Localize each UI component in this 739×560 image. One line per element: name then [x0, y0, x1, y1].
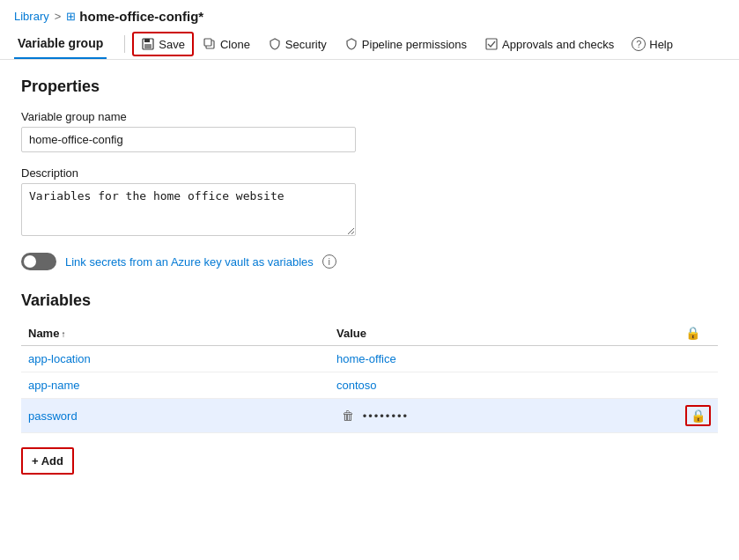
col-lock-header: 🔒: [678, 321, 718, 346]
key-vault-toggle-row: Link secrets from an Azure key vault as …: [21, 253, 718, 270]
name-label: Variable group name: [21, 110, 718, 123]
toolbar-divider: [124, 35, 125, 53]
svg-rect-4: [204, 39, 211, 46]
approvals-label: Approvals and checks: [502, 38, 614, 51]
description-field-group: Description Variables for the home offic…: [21, 166, 718, 239]
breadcrumb-separator: >: [55, 10, 62, 23]
info-icon[interactable]: i: [322, 254, 336, 269]
svg-rect-5: [486, 39, 497, 49]
table-row: app-location home-office: [21, 346, 718, 372]
sort-arrow: ↑: [61, 329, 65, 339]
clone-icon: [203, 37, 217, 51]
help-button[interactable]: ? Help: [623, 32, 682, 56]
variables-table: Name↑ Value 🔒 app-location home-office: [21, 321, 718, 433]
toolbar: Variable group Save Clone Security: [0, 29, 739, 60]
variables-title: Variables: [21, 291, 718, 310]
var-lock-cell: 🔒: [678, 399, 718, 433]
delete-variable-button[interactable]: 🗑: [336, 407, 359, 424]
var-lock-cell: [678, 346, 718, 372]
security-button[interactable]: Security: [259, 32, 336, 56]
var-name-cell: app-name: [21, 372, 329, 399]
name-field-group: Variable group name: [21, 110, 718, 152]
properties-section: Properties Variable group name Descripti…: [21, 77, 718, 270]
security-label: Security: [285, 38, 327, 51]
clone-label: Clone: [220, 38, 250, 51]
svg-rect-1: [144, 39, 150, 42]
description-input[interactable]: Variables for the home office website: [21, 183, 356, 236]
masked-value: ••••••••: [363, 409, 409, 423]
var-lock-cell: [678, 372, 718, 399]
toggle-label[interactable]: Link secrets from an Azure key vault as …: [65, 255, 314, 269]
approvals-button[interactable]: Approvals and checks: [476, 32, 623, 56]
add-label: + Add: [32, 454, 63, 468]
var-name-cell: password: [21, 399, 329, 433]
name-input[interactable]: [21, 127, 356, 152]
breadcrumb-icon: ⊞: [66, 10, 76, 23]
pipeline-permissions-button[interactable]: Pipeline permissions: [336, 32, 476, 56]
help-label: Help: [649, 38, 673, 51]
table-row: app-name contoso: [21, 372, 718, 399]
var-name-cell: app-location: [21, 346, 329, 372]
approvals-icon: [484, 37, 499, 51]
var-value-cell: 🗑 ••••••••: [329, 399, 678, 433]
help-icon: ?: [632, 37, 646, 51]
key-vault-toggle[interactable]: [21, 253, 56, 270]
pipeline-permissions-label: Pipeline permissions: [362, 38, 467, 51]
lock-header-icon: 🔒: [685, 326, 700, 340]
shield-icon: [268, 37, 282, 51]
tab-variable-group[interactable]: Variable group: [14, 29, 107, 59]
toggle-thumb: [24, 255, 36, 268]
breadcrumb-library[interactable]: Library: [14, 10, 49, 23]
save-button[interactable]: Save: [132, 32, 194, 56]
add-variable-button[interactable]: + Add: [21, 447, 74, 475]
variables-section: Variables Name↑ Value 🔒 app-locatio: [21, 291, 718, 475]
col-value-header: Value: [329, 321, 678, 346]
lock-icon: 🔒: [691, 409, 706, 423]
save-icon: [141, 37, 155, 51]
svg-rect-2: [144, 44, 151, 48]
lock-variable-button[interactable]: 🔒: [685, 405, 711, 426]
description-label: Description: [21, 166, 718, 180]
var-value-cell: contoso: [329, 372, 678, 399]
col-name-header: Name↑: [21, 321, 329, 346]
properties-title: Properties: [21, 77, 718, 96]
pipeline-icon: [344, 37, 358, 51]
breadcrumb-current: home-office-config*: [79, 9, 203, 24]
breadcrumb: Library > ⊞ home-office-config*: [0, 0, 739, 29]
main-content: Properties Variable group name Descripti…: [0, 60, 739, 492]
table-row: password 🗑 •••••••• 🔒: [21, 399, 718, 433]
clone-button[interactable]: Clone: [194, 32, 259, 56]
var-value-cell: home-office: [329, 346, 678, 372]
save-label: Save: [159, 38, 185, 51]
